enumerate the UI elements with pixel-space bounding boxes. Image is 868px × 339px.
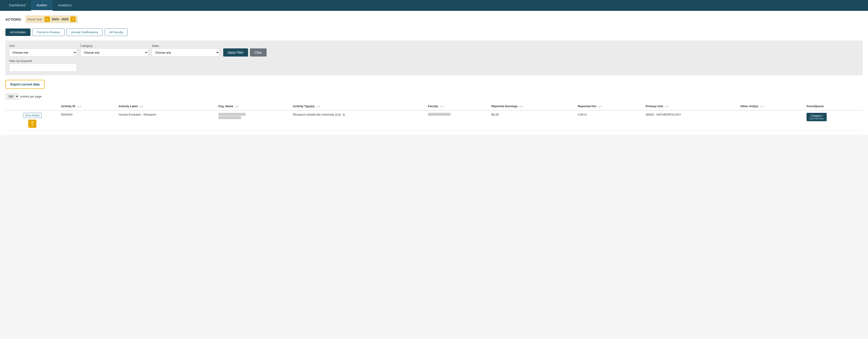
col-form-queue: Form/Queue — [805, 102, 863, 110]
col-org-name: Org. Name ▲▼ — [217, 102, 291, 110]
row-faculty — [426, 110, 490, 130]
data-table: Activity ID ▲▼ Activity Label ▲▼ Org. Na… — [5, 102, 863, 130]
col-reported-earnings: Reported Earnings ▲▼ — [490, 102, 576, 110]
sort-arrows-reported-earnings[interactable]: ▲▼ — [519, 105, 524, 108]
keyword-label: Filter by Keyword: — [9, 59, 859, 63]
form-queue-label: Category I — [810, 114, 823, 117]
form-queue-button[interactable]: Category I Dept Reviewer — [807, 113, 827, 121]
col-reported-hrs: Reported Hrs ▲▼ — [576, 102, 644, 110]
col-primary-unit: Primary Unit ▲▼ — [644, 102, 739, 110]
nav-auditor[interactable]: Auditor — [31, 0, 53, 11]
fiscal-year-value: 2024 - 2025 — [52, 18, 69, 21]
sort-arrows-faculty[interactable]: ▲▼ — [440, 105, 444, 108]
actions-row: ACTIONS: Fiscal Year: < 2024 - 2025 > — [5, 16, 863, 23]
row-activity-id: 8349183 — [59, 110, 117, 130]
tag-icon: 🏷 — [31, 121, 34, 124]
sort-arrows-activity-label[interactable]: ▲▼ — [140, 105, 144, 108]
category-select[interactable]: Choose any — [81, 48, 148, 57]
sort-arrows-other-units[interactable]: ▲▼ — [760, 105, 764, 108]
category-filter-group: Category: Choose any — [81, 44, 148, 57]
badge-cell: Show Details 🏷 3 — [7, 113, 57, 128]
export-button[interactable]: Export current data — [5, 80, 44, 89]
fiscal-year-label: Fiscal Year: — [28, 18, 43, 21]
table-header-row: Activity ID ▲▼ Activity Label ▲▼ Org. Na… — [5, 102, 863, 110]
redacted-org-name-2 — [218, 116, 241, 119]
sort-arrows-activity-id[interactable]: ▲▼ — [77, 105, 81, 108]
col-activity-id: Activity ID ▲▼ — [59, 102, 117, 110]
tab-annual-certifications[interactable]: Annual Certifications — [66, 28, 103, 36]
state-select[interactable]: Choose any — [152, 48, 220, 57]
fiscal-year-prev-button[interactable]: < — [44, 17, 50, 22]
row-form-queue: Category I Dept Reviewer — [805, 110, 863, 130]
sort-arrows-reported-hrs[interactable]: ▲▼ — [598, 105, 602, 108]
nav-analytics[interactable]: Analytics — [53, 0, 77, 11]
tag-badge: 🏷 3 — [28, 120, 36, 128]
fiscal-year-control: Fiscal Year: < 2024 - 2025 > — [26, 16, 78, 23]
state-filter-group: State: Choose any — [152, 44, 220, 57]
actions-label: ACTIONS: — [5, 18, 22, 21]
state-label: State: — [152, 44, 220, 48]
tag-count: 3 — [32, 124, 33, 126]
filter-row-main: Unit: Choose one Category: Choose any St… — [9, 44, 859, 57]
sort-arrows-primary-unit[interactable]: ▲▼ — [665, 105, 669, 108]
filter-actions: Apply Filter Clear — [223, 48, 267, 57]
filter-panel: Unit: Choose one Category: Choose any St… — [5, 40, 863, 75]
row-actions-cell: Show Details 🏷 3 — [5, 110, 59, 130]
top-navigation: Dashboard Auditor Analytics — [0, 0, 868, 11]
show-details-button[interactable]: Show Details — [23, 113, 41, 118]
unit-label: Unit: — [9, 44, 77, 48]
col-faculty: Faculty ▲▼ — [426, 102, 490, 110]
col-other-units: Other Unit(s) ▲▼ — [739, 102, 805, 110]
form-queue-sub-label: Dept Reviewer — [809, 117, 824, 120]
redacted-faculty — [428, 113, 451, 116]
nav-dashboard[interactable]: Dashboard — [4, 0, 31, 11]
row-org-name — [217, 110, 291, 130]
sort-arrows-org-name[interactable]: ▲▼ — [235, 105, 239, 108]
tab-all-activities[interactable]: All Activities — [5, 28, 31, 36]
row-activity-label: Human Evolution - Research — [117, 110, 217, 130]
clear-filter-button[interactable]: Clear — [250, 48, 267, 57]
tab-forms-in-process[interactable]: Forms in Process — [32, 28, 65, 36]
row-reported-earnings: $0.00 — [490, 110, 576, 130]
keyword-input[interactable] — [9, 63, 77, 72]
col-actions — [5, 102, 59, 110]
sort-arrows-activity-types[interactable]: ▲▼ — [316, 105, 320, 108]
category-label: Category: — [81, 44, 148, 48]
table-row: Show Details 🏷 3 8349183 Human Evolution… — [5, 110, 863, 130]
tab-all-faculty[interactable]: All Faculty — [104, 28, 128, 36]
entries-per-page-select[interactable]: 10 25 50 100 — [5, 93, 19, 100]
row-other-units — [739, 110, 805, 130]
row-primary-unit: 40020 - ANTHROPOLOGY — [644, 110, 739, 130]
col-activity-types: Activity Type(s) ▲▼ — [291, 102, 426, 110]
main-content: ACTIONS: Fiscal Year: < 2024 - 2025 > Al… — [0, 11, 868, 135]
tabs-row: All Activities Forms in Process Annual C… — [5, 28, 863, 36]
fiscal-year-next-button[interactable]: > — [70, 17, 76, 22]
row-reported-hrs: 0.00 hr — [576, 110, 644, 130]
apply-filter-button[interactable]: Apply Filter — [223, 48, 248, 57]
unit-select[interactable]: Choose one — [9, 48, 77, 57]
unit-filter-group: Unit: Choose one — [9, 44, 77, 57]
redacted-org-name-1 — [218, 113, 246, 116]
col-activity-label: Activity Label ▲▼ — [117, 102, 217, 110]
entries-per-page-row: 10 25 50 100 entries per page — [5, 93, 863, 100]
row-activity-types: Research outside the University (Cat. 1) — [291, 110, 426, 130]
entries-per-page-label: entries per page — [20, 95, 41, 98]
export-row: Export current data — [5, 80, 863, 89]
keyword-filter-row: Filter by Keyword: — [9, 59, 859, 72]
